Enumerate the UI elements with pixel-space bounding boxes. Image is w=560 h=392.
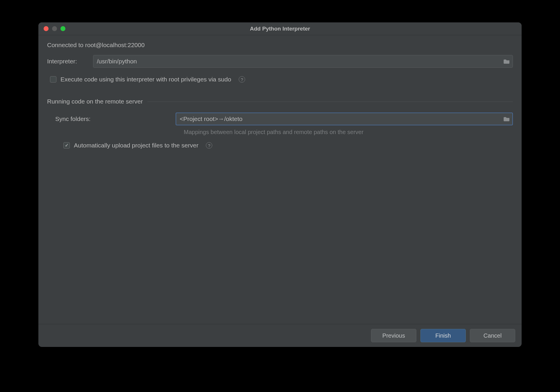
sync-input-wrap (176, 113, 513, 125)
sudo-checkbox[interactable] (50, 76, 56, 83)
dialog-content: Connected to root@localhost:22000 Interp… (38, 35, 522, 324)
sync-hint: Mappings between local project paths and… (184, 129, 513, 136)
browse-interpreter-icon[interactable] (504, 59, 510, 64)
section-title: Running code on the remote server (47, 98, 143, 105)
help-icon[interactable]: ? (206, 142, 212, 149)
window-title: Add Python Interpreter (250, 26, 310, 32)
dialog-window: Add Python Interpreter Connected to root… (38, 22, 522, 347)
connection-status: Connected to root@localhost:22000 (47, 42, 513, 49)
sync-label: Sync folders: (55, 115, 176, 122)
previous-button[interactable]: Previous (371, 329, 416, 342)
section-header: Running code on the remote server (47, 98, 513, 105)
titlebar: Add Python Interpreter (38, 22, 522, 35)
interpreter-label: Interpreter: (47, 58, 93, 65)
interpreter-input[interactable] (93, 55, 513, 68)
dialog-footer: Previous Finish Cancel (38, 324, 522, 347)
sudo-label: Execute code using this interpreter with… (60, 76, 231, 83)
sync-folders-input[interactable] (176, 113, 513, 125)
auto-upload-checkbox[interactable] (63, 142, 70, 149)
help-icon[interactable]: ? (239, 76, 245, 83)
interpreter-row: Interpreter: (47, 55, 513, 68)
close-window-button[interactable] (44, 26, 49, 31)
zoom-window-button[interactable] (60, 26, 65, 31)
auto-upload-label: Automatically upload project files to th… (74, 142, 198, 149)
sudo-row: Execute code using this interpreter with… (50, 76, 513, 83)
finish-button[interactable]: Finish (420, 329, 466, 342)
window-controls (44, 26, 65, 31)
minimize-window-button[interactable] (52, 26, 57, 31)
browse-sync-icon[interactable] (504, 116, 510, 122)
section-divider (147, 101, 513, 102)
interpreter-input-wrap (93, 55, 513, 68)
auto-upload-row: Automatically upload project files to th… (63, 142, 513, 149)
sync-row: Sync folders: (55, 113, 513, 125)
cancel-button[interactable]: Cancel (470, 329, 515, 342)
